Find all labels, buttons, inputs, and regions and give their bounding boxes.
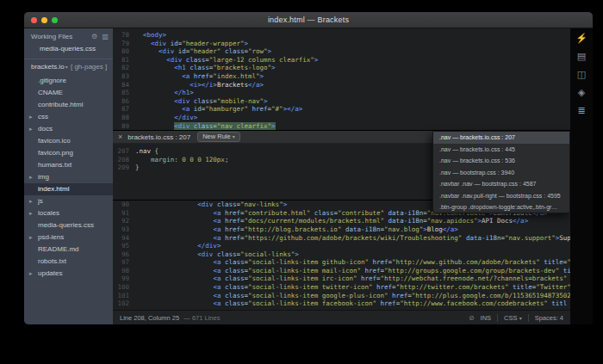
code-text[interactable]: <a href="docs/current/modules/brackets.h… <box>135 217 570 225</box>
code-line[interactable]: 80<div id="header" class="row"> <box>113 47 570 56</box>
folder-arrow-icon[interactable]: ▸ <box>29 231 33 244</box>
folder-arrow-icon[interactable]: ▸ <box>29 268 33 280</box>
tree-item--gitignore[interactable]: .gitignore <box>24 75 113 87</box>
code-line[interactable]: 81<div class="large-12 columns clearfix"… <box>113 56 570 65</box>
project-switcher[interactable]: brackets.io▾ [ gh-pages ] <box>24 59 113 73</box>
folder-arrow-icon[interactable]: ▸ <box>29 123 33 135</box>
folder-arrow-icon[interactable]: ▸ <box>29 195 33 207</box>
code-text[interactable]: <a class="social-links-item mail-icon" h… <box>135 267 570 275</box>
css-rule-item[interactable]: .nav — bootstrap.css : 3940 <box>433 167 569 179</box>
code-text[interactable]: <a href="index.html"> <box>135 72 570 81</box>
lint-status-icon[interactable]: ⊘ <box>469 314 475 322</box>
code-line[interactable]: 85</h1> <box>113 89 570 97</box>
code-line[interactable]: 83<a href="index.html"> <box>113 72 570 81</box>
code-text[interactable]: <div class="large-12 columns clearfix"> <box>135 56 570 65</box>
minimize-window-button[interactable] <box>41 17 47 23</box>
code-text[interactable]: <div id="header-wrapper"> <box>135 40 570 48</box>
tree-item-psd-lens[interactable]: ▸psd-lens <box>24 231 113 244</box>
tree-item-humans-txt[interactable]: humans.txt <box>24 159 113 171</box>
document-icon[interactable]: ◫ <box>577 70 586 79</box>
code-line[interactable]: 84<i></i>Brackets</a> <box>113 81 570 89</box>
css-rule-item[interactable]: .nav — brackets.io.css : 207 <box>433 132 569 144</box>
code-text[interactable]: </h1> <box>135 89 570 97</box>
tree-item-cname[interactable]: CNAME <box>24 87 113 99</box>
code-text[interactable]: <div id="header" class="row"> <box>135 47 570 56</box>
tree-item-favicon-ico[interactable]: favicon.ico <box>24 135 113 147</box>
tree-item-media-queries-css[interactable]: media-queries.css <box>24 219 113 231</box>
inline-css-editor: × brackets.io.css : 207 New Rule▾ 207.na… <box>113 130 570 201</box>
code-line[interactable]: 87<a id="hamburger" href="#"></a> <box>113 105 570 114</box>
code-line[interactable]: 92<a href="docs/current/modules/brackets… <box>113 217 570 225</box>
code-editor[interactable]: 78<body>79<div id="header-wrapper">80<di… <box>113 28 570 310</box>
code-line[interactable]: 101<a class="social-links-item google-pl… <box>113 292 570 300</box>
layers-icon[interactable]: ≣ <box>577 106 585 115</box>
tree-item-favicon-png[interactable]: favicon.png <box>24 147 113 159</box>
code-line[interactable]: 94<a href="https://github.com/adobe/brac… <box>113 234 570 243</box>
code-line[interactable]: 100<a class="social-links-item twitter-i… <box>113 283 570 292</box>
code-text[interactable]: <div class="social-links"> <box>135 250 570 259</box>
code-line[interactable]: 97<a class="social-links-item github-ico… <box>113 258 570 267</box>
code-text[interactable]: <a class="social-links-item twitter-icon… <box>135 283 570 292</box>
titlebar[interactable]: index.html — Brackets <box>24 12 593 28</box>
code-line[interactable]: 93<a href="http://blog.brackets.io" data… <box>113 225 570 234</box>
code-text[interactable]: <i></i>Brackets</a> <box>135 81 570 89</box>
new-rule-button[interactable]: New Rule▾ <box>197 132 240 142</box>
zoom-window-button[interactable] <box>52 17 58 23</box>
code-text[interactable]: <a class="social-links-item google-plus-… <box>135 292 570 300</box>
code-text[interactable]: <h1 class="brackets-logo"> <box>135 64 570 72</box>
tree-item-docs[interactable]: ▸docs <box>24 123 113 135</box>
code-token: : <box>174 156 182 163</box>
code-text[interactable]: <a class="social-links-item github-icon"… <box>135 258 570 267</box>
code-line[interactable]: 95</div> <box>113 242 570 250</box>
tree-item-readme-md[interactable]: README.md <box>24 244 113 256</box>
css-rule-item[interactable]: .navbar .nav.pull-right — bootstrap.css … <box>433 190 569 202</box>
split-view-icon[interactable]: ▤ <box>577 52 586 61</box>
tree-item-css[interactable]: ▸css <box>24 111 113 123</box>
code-text[interactable]: <body> <box>135 31 570 40</box>
folder-arrow-icon[interactable]: ▸ <box>29 111 33 123</box>
code-text[interactable]: <a href="https://github.com/adobe/bracke… <box>135 234 570 243</box>
css-rule-item[interactable]: .navbar .nav — bootstrap.css : 4587 <box>433 178 569 190</box>
code-line[interactable]: 86<div class="mobile-nav"> <box>113 97 570 106</box>
tree-item-index-html[interactable]: index.html <box>24 183 113 195</box>
code-line[interactable]: 88</div> <box>113 114 570 122</box>
code-line[interactable]: 78<body> <box>113 31 570 40</box>
css-rule-item[interactable]: .btn-group .dropdown-toggle:active,.btn-… <box>433 201 569 213</box>
tree-item-js[interactable]: ▸js <box>24 195 113 207</box>
code-line[interactable]: 98<a class="social-links-item mail-icon"… <box>113 267 570 275</box>
code-text[interactable]: <a id="hamburger" href="#"></a> <box>135 105 570 114</box>
code-line[interactable]: 79<div id="header-wrapper"> <box>113 40 570 48</box>
split-view-toggle-icon[interactable]: ▥ <box>102 33 109 40</box>
extensions-icon[interactable]: ◈ <box>578 88 585 97</box>
tree-item-locales[interactable]: ▸locales <box>24 207 113 219</box>
code-line[interactable]: 96<div class="social-links"> <box>113 250 570 259</box>
working-file-item[interactable]: media-queries.css <box>24 43 113 55</box>
tree-item-updates[interactable]: ▸updates <box>24 268 113 280</box>
code-text[interactable]: </div> <box>135 114 570 122</box>
folder-arrow-icon[interactable]: ▸ <box>29 207 33 219</box>
language-selector[interactable]: CSS ▾ <box>504 314 522 322</box>
tree-item-robots-txt[interactable]: robots.txt <box>24 256 113 268</box>
code-text[interactable]: <a class="social-links-item irc-icon" hr… <box>135 275 570 283</box>
code-text[interactable]: <a href="http://blog.brackets.io" data-i… <box>135 225 570 234</box>
insert-mode-toggle[interactable]: INS <box>481 314 492 322</box>
code-line[interactable]: 82<h1 class="brackets-logo"> <box>113 64 570 72</box>
code-line[interactable]: 89<div class="nav clearfix"> <box>113 122 570 131</box>
code-text[interactable]: <div class="nav clearfix"> <box>135 122 570 131</box>
code-line[interactable]: 102<a class="social-links-item facebook-… <box>113 299 570 308</box>
tree-item-img[interactable]: ▸img <box>24 171 113 183</box>
code-line[interactable]: 99<a class="social-links-item irc-icon" … <box>113 275 570 283</box>
folder-arrow-icon[interactable]: ▸ <box>29 171 33 183</box>
code-text[interactable]: <a class="social-links-item facebook-ico… <box>135 299 570 308</box>
gear-icon[interactable]: ⚙ <box>91 33 97 40</box>
indent-setting[interactable]: Spaces: 4 <box>535 314 563 322</box>
css-rule-item[interactable]: .nav — brackets.io.css : 536 <box>433 155 569 167</box>
tree-item-contribute-html[interactable]: contribute.html <box>24 99 113 111</box>
css-rule-item[interactable]: .nav — brackets.io.css : 445 <box>433 144 569 156</box>
close-window-button[interactable] <box>31 17 37 23</box>
status-left: Line 208, Column 25 — 671 Lines <box>120 314 220 322</box>
close-icon[interactable]: × <box>118 133 122 141</box>
code-text[interactable]: <div class="mobile-nav"> <box>135 97 570 106</box>
code-text[interactable]: </div> <box>135 242 570 250</box>
live-preview-icon[interactable]: ⚡ <box>575 34 587 43</box>
